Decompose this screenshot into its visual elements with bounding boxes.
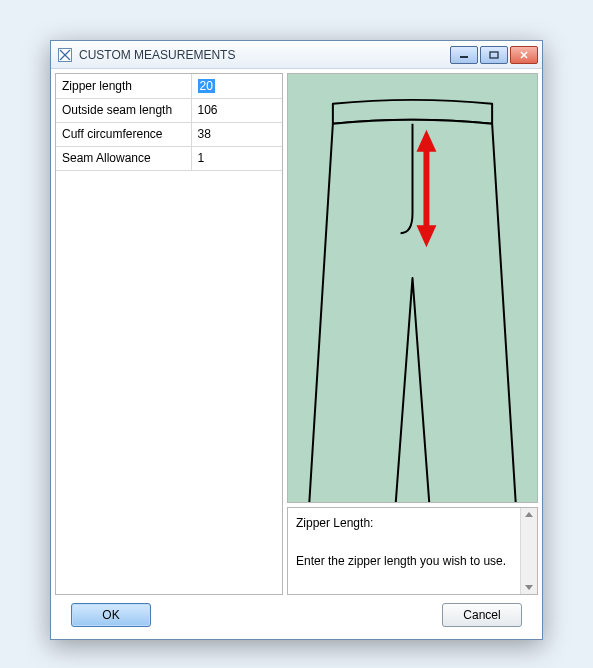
preview-pane [287,73,538,503]
measurements-panel: Zipper length20Outside seam length106Cuf… [55,73,283,595]
maximize-button[interactable] [480,46,508,64]
titlebar[interactable]: CUSTOM MEASUREMENTS [51,41,542,69]
window-title: CUSTOM MEASUREMENTS [79,48,450,62]
help-title: Zipper Length: [296,514,512,533]
measurements-table: Zipper length20Outside seam length106Cuf… [56,74,282,171]
measurement-value[interactable]: 1 [191,146,282,170]
measurement-value[interactable]: 106 [191,98,282,122]
measurement-label[interactable]: Seam Allowance [56,146,191,170]
measurement-label[interactable]: Outside seam length [56,98,191,122]
button-row: OK Cancel [51,599,542,639]
close-button[interactable] [510,46,538,64]
help-text: Zipper Length: Enter the zipper length y… [288,508,520,594]
measurement-row[interactable]: Outside seam length106 [56,98,282,122]
app-icon [57,47,73,63]
help-scrollbar[interactable] [520,508,537,594]
custom-measurements-window: CUSTOM MEASUREMENTS Zipper length20Outsi… [50,40,543,640]
measurement-row[interactable]: Cuff circumference38 [56,122,282,146]
content-area: Zipper length20Outside seam length106Cuf… [51,69,542,599]
pants-illustration [288,74,537,502]
help-box: Zipper Length: Enter the zipper length y… [287,507,538,595]
measurement-label[interactable]: Cuff circumference [56,122,191,146]
svg-rect-4 [490,52,498,58]
measurement-value[interactable]: 38 [191,122,282,146]
measurement-row[interactable]: Seam Allowance1 [56,146,282,170]
measurement-value[interactable]: 20 [191,74,282,98]
measurement-row[interactable]: Zipper length20 [56,74,282,98]
ok-button[interactable]: OK [71,603,151,627]
window-controls [450,46,538,64]
cancel-button[interactable]: Cancel [442,603,522,627]
minimize-button[interactable] [450,46,478,64]
measurement-label[interactable]: Zipper length [56,74,191,98]
help-body: Enter the zipper length you wish to use. [296,552,512,571]
right-panel: Zipper Length: Enter the zipper length y… [287,73,538,595]
